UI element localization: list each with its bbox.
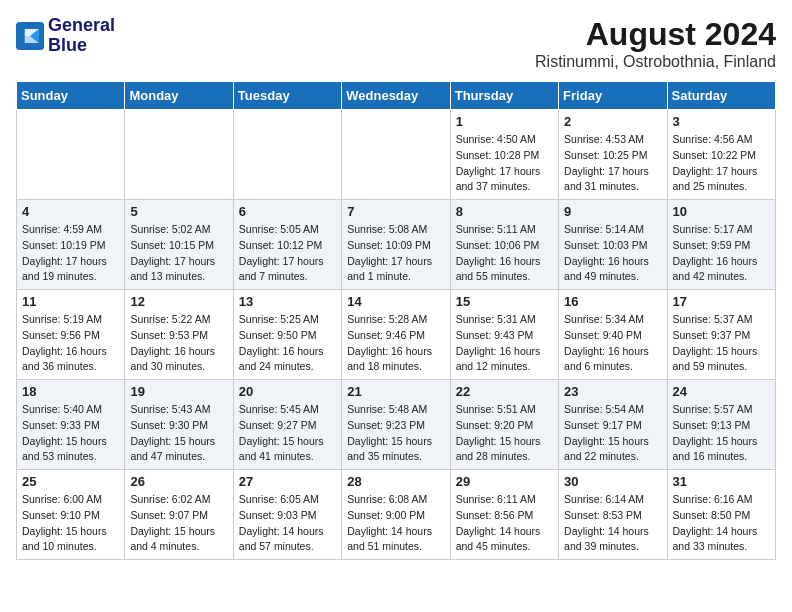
calendar-cell (233, 110, 341, 200)
day-number: 30 (564, 474, 661, 489)
day-info: Sunrise: 6:11 AM Sunset: 8:56 PM Dayligh… (456, 492, 553, 555)
calendar-cell: 7Sunrise: 5:08 AM Sunset: 10:09 PM Dayli… (342, 200, 450, 290)
day-info: Sunrise: 5:54 AM Sunset: 9:17 PM Dayligh… (564, 402, 661, 465)
day-number: 23 (564, 384, 661, 399)
day-number: 29 (456, 474, 553, 489)
day-number: 1 (456, 114, 553, 129)
day-number: 25 (22, 474, 119, 489)
day-number: 11 (22, 294, 119, 309)
day-number: 8 (456, 204, 553, 219)
day-number: 21 (347, 384, 444, 399)
calendar-week-row: 18Sunrise: 5:40 AM Sunset: 9:33 PM Dayli… (17, 380, 776, 470)
day-number: 2 (564, 114, 661, 129)
calendar-cell: 26Sunrise: 6:02 AM Sunset: 9:07 PM Dayli… (125, 470, 233, 560)
day-number: 3 (673, 114, 770, 129)
day-number: 13 (239, 294, 336, 309)
day-info: Sunrise: 4:53 AM Sunset: 10:25 PM Daylig… (564, 132, 661, 195)
month-year-title: August 2024 (535, 16, 776, 53)
day-number: 14 (347, 294, 444, 309)
day-number: 12 (130, 294, 227, 309)
day-info: Sunrise: 5:43 AM Sunset: 9:30 PM Dayligh… (130, 402, 227, 465)
calendar-cell: 9Sunrise: 5:14 AM Sunset: 10:03 PM Dayli… (559, 200, 667, 290)
day-info: Sunrise: 5:28 AM Sunset: 9:46 PM Dayligh… (347, 312, 444, 375)
day-number: 17 (673, 294, 770, 309)
day-number: 6 (239, 204, 336, 219)
title-block: August 2024 Ristinummi, Ostrobothnia, Fi… (535, 16, 776, 71)
calendar-cell: 8Sunrise: 5:11 AM Sunset: 10:06 PM Dayli… (450, 200, 558, 290)
calendar-week-row: 11Sunrise: 5:19 AM Sunset: 9:56 PM Dayli… (17, 290, 776, 380)
day-number: 26 (130, 474, 227, 489)
day-info: Sunrise: 5:40 AM Sunset: 9:33 PM Dayligh… (22, 402, 119, 465)
day-number: 22 (456, 384, 553, 399)
day-info: Sunrise: 5:17 AM Sunset: 9:59 PM Dayligh… (673, 222, 770, 285)
day-number: 4 (22, 204, 119, 219)
day-number: 19 (130, 384, 227, 399)
day-of-week-header: Wednesday (342, 82, 450, 110)
day-info: Sunrise: 5:34 AM Sunset: 9:40 PM Dayligh… (564, 312, 661, 375)
calendar-cell: 4Sunrise: 4:59 AM Sunset: 10:19 PM Dayli… (17, 200, 125, 290)
day-info: Sunrise: 4:50 AM Sunset: 10:28 PM Daylig… (456, 132, 553, 195)
calendar-cell: 3Sunrise: 4:56 AM Sunset: 10:22 PM Dayli… (667, 110, 775, 200)
calendar-cell: 11Sunrise: 5:19 AM Sunset: 9:56 PM Dayli… (17, 290, 125, 380)
day-info: Sunrise: 5:45 AM Sunset: 9:27 PM Dayligh… (239, 402, 336, 465)
day-info: Sunrise: 5:02 AM Sunset: 10:15 PM Daylig… (130, 222, 227, 285)
day-info: Sunrise: 5:51 AM Sunset: 9:20 PM Dayligh… (456, 402, 553, 465)
day-number: 9 (564, 204, 661, 219)
calendar-cell: 29Sunrise: 6:11 AM Sunset: 8:56 PM Dayli… (450, 470, 558, 560)
calendar-week-row: 25Sunrise: 6:00 AM Sunset: 9:10 PM Dayli… (17, 470, 776, 560)
day-info: Sunrise: 6:16 AM Sunset: 8:50 PM Dayligh… (673, 492, 770, 555)
calendar-cell: 14Sunrise: 5:28 AM Sunset: 9:46 PM Dayli… (342, 290, 450, 380)
day-info: Sunrise: 6:02 AM Sunset: 9:07 PM Dayligh… (130, 492, 227, 555)
day-info: Sunrise: 4:59 AM Sunset: 10:19 PM Daylig… (22, 222, 119, 285)
day-info: Sunrise: 6:05 AM Sunset: 9:03 PM Dayligh… (239, 492, 336, 555)
calendar-cell: 28Sunrise: 6:08 AM Sunset: 9:00 PM Dayli… (342, 470, 450, 560)
calendar-week-row: 4Sunrise: 4:59 AM Sunset: 10:19 PM Dayli… (17, 200, 776, 290)
day-info: Sunrise: 6:14 AM Sunset: 8:53 PM Dayligh… (564, 492, 661, 555)
day-info: Sunrise: 5:48 AM Sunset: 9:23 PM Dayligh… (347, 402, 444, 465)
calendar-cell: 1Sunrise: 4:50 AM Sunset: 10:28 PM Dayli… (450, 110, 558, 200)
day-number: 18 (22, 384, 119, 399)
calendar-cell: 20Sunrise: 5:45 AM Sunset: 9:27 PM Dayli… (233, 380, 341, 470)
day-number: 24 (673, 384, 770, 399)
calendar-cell: 5Sunrise: 5:02 AM Sunset: 10:15 PM Dayli… (125, 200, 233, 290)
day-number: 15 (456, 294, 553, 309)
calendar-cell (342, 110, 450, 200)
day-info: Sunrise: 5:22 AM Sunset: 9:53 PM Dayligh… (130, 312, 227, 375)
calendar-cell: 21Sunrise: 5:48 AM Sunset: 9:23 PM Dayli… (342, 380, 450, 470)
calendar-cell: 12Sunrise: 5:22 AM Sunset: 9:53 PM Dayli… (125, 290, 233, 380)
day-of-week-header: Sunday (17, 82, 125, 110)
day-number: 7 (347, 204, 444, 219)
day-of-week-header: Thursday (450, 82, 558, 110)
calendar-header-row: SundayMondayTuesdayWednesdayThursdayFrid… (17, 82, 776, 110)
calendar-cell: 18Sunrise: 5:40 AM Sunset: 9:33 PM Dayli… (17, 380, 125, 470)
calendar-week-row: 1Sunrise: 4:50 AM Sunset: 10:28 PM Dayli… (17, 110, 776, 200)
day-of-week-header: Tuesday (233, 82, 341, 110)
day-info: Sunrise: 5:19 AM Sunset: 9:56 PM Dayligh… (22, 312, 119, 375)
logo: General Blue (16, 16, 115, 56)
page-header: General Blue August 2024 Ristinummi, Ost… (16, 16, 776, 71)
calendar-table: SundayMondayTuesdayWednesdayThursdayFrid… (16, 81, 776, 560)
logo-icon (16, 22, 44, 50)
day-info: Sunrise: 5:37 AM Sunset: 9:37 PM Dayligh… (673, 312, 770, 375)
day-info: Sunrise: 5:31 AM Sunset: 9:43 PM Dayligh… (456, 312, 553, 375)
calendar-cell: 10Sunrise: 5:17 AM Sunset: 9:59 PM Dayli… (667, 200, 775, 290)
day-number: 31 (673, 474, 770, 489)
day-info: Sunrise: 5:25 AM Sunset: 9:50 PM Dayligh… (239, 312, 336, 375)
calendar-cell (17, 110, 125, 200)
day-number: 28 (347, 474, 444, 489)
calendar-cell (125, 110, 233, 200)
calendar-cell: 25Sunrise: 6:00 AM Sunset: 9:10 PM Dayli… (17, 470, 125, 560)
calendar-cell: 23Sunrise: 5:54 AM Sunset: 9:17 PM Dayli… (559, 380, 667, 470)
calendar-cell: 31Sunrise: 6:16 AM Sunset: 8:50 PM Dayli… (667, 470, 775, 560)
day-number: 27 (239, 474, 336, 489)
calendar-cell: 13Sunrise: 5:25 AM Sunset: 9:50 PM Dayli… (233, 290, 341, 380)
day-info: Sunrise: 6:08 AM Sunset: 9:00 PM Dayligh… (347, 492, 444, 555)
day-number: 16 (564, 294, 661, 309)
day-number: 20 (239, 384, 336, 399)
calendar-cell: 15Sunrise: 5:31 AM Sunset: 9:43 PM Dayli… (450, 290, 558, 380)
calendar-cell: 16Sunrise: 5:34 AM Sunset: 9:40 PM Dayli… (559, 290, 667, 380)
day-info: Sunrise: 5:08 AM Sunset: 10:09 PM Daylig… (347, 222, 444, 285)
calendar-cell: 30Sunrise: 6:14 AM Sunset: 8:53 PM Dayli… (559, 470, 667, 560)
day-of-week-header: Saturday (667, 82, 775, 110)
calendar-cell: 17Sunrise: 5:37 AM Sunset: 9:37 PM Dayli… (667, 290, 775, 380)
